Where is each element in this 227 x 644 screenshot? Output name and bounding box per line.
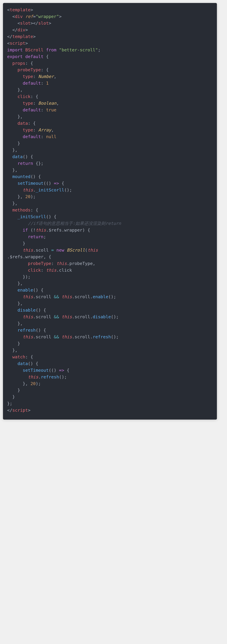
code-line: methods: { [7, 207, 213, 214]
code-line: } [7, 240, 213, 247]
code-line: type: Number, [7, 73, 213, 80]
code-line: }, [7, 320, 213, 327]
code-line: this.scoll = new BScroll(this [7, 247, 213, 254]
code-block: <template> <div ref="wrapper"> <slot></s… [3, 3, 217, 420]
code-line: click: { [7, 93, 213, 100]
code-line: }, [7, 167, 213, 174]
code-line: this.refresh(); [7, 374, 213, 380]
code-line: this.scroll && this.scroll.disable(); [7, 314, 213, 320]
code-line: this.scroll && this.scroll.enable(); [7, 294, 213, 300]
code-line: }, 20); [7, 380, 213, 387]
code-line: }, 20); [7, 194, 213, 200]
code-line: }, [7, 280, 213, 287]
code-line: type: Array, [7, 127, 213, 133]
code-line: click: this.click [7, 267, 213, 274]
code-line: props: { [7, 60, 213, 67]
code-line: if (!this.$refs.wrapper) { [7, 227, 213, 234]
code-line: </script> [7, 407, 213, 414]
code-line: </template> [7, 33, 213, 40]
code-line: //if语句的意思相当于:如果还没渲染则return [7, 220, 213, 227]
code-line: export default { [7, 53, 213, 60]
code-line: }, [7, 300, 213, 307]
code-line: setTimeout(() => { [7, 367, 213, 374]
code-line: } [7, 387, 213, 394]
code-line: return {}; [7, 160, 213, 167]
code-line: data() { [7, 360, 213, 367]
code-content: <template> <div ref="wrapper"> <slot></s… [7, 6, 213, 414]
code-line: default: 1 [7, 80, 213, 86]
code-line: data: { [7, 120, 213, 127]
code-line: refresh() { [7, 327, 213, 334]
code-line: <div ref="wrapper"> [7, 13, 213, 20]
code-line: default: null [7, 133, 213, 140]
code-line: default: true [7, 107, 213, 113]
code-line: this._initScorll(); [7, 187, 213, 194]
code-line: setTimeout(() => { [7, 180, 213, 187]
code-line: </div> [7, 26, 213, 33]
code-line: watch: { [7, 354, 213, 360]
code-line: } [7, 394, 213, 400]
code-line: <slot></slot> [7, 20, 213, 26]
code-line: probeType: this.probeType, [7, 260, 213, 267]
code-line: _initScorll() { [7, 214, 213, 220]
code-line: }, [7, 147, 213, 154]
code-line: }, [7, 347, 213, 354]
code-line: }, [7, 86, 213, 93]
code-line: type: Boolean, [7, 100, 213, 107]
code-line: <template> [7, 6, 213, 13]
code-line: }, [7, 113, 213, 120]
code-line: }, [7, 200, 213, 207]
code-line: import BScroll from "better-scroll"; [7, 47, 213, 53]
code-line: enable() { [7, 287, 213, 294]
code-line: } [7, 340, 213, 347]
code-line: }); [7, 274, 213, 280]
code-line: <script> [7, 40, 213, 47]
code-line: } [7, 140, 213, 147]
code-line: }; [7, 400, 213, 407]
code-line: .$refs.wrapper, { [7, 254, 213, 260]
code-line: this.scroll && this.scroll.refresh(); [7, 334, 213, 340]
code-line: probeType: { [7, 66, 213, 73]
code-line: return; [7, 234, 213, 240]
code-line: disable() { [7, 307, 213, 314]
code-line: data() { [7, 154, 213, 160]
code-line: mounted() { [7, 173, 213, 180]
